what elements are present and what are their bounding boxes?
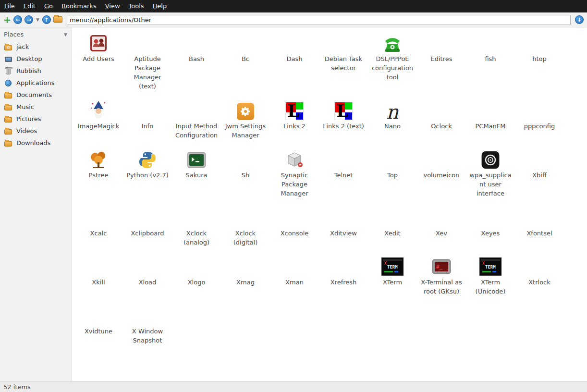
app-aptitude-package-manager-text[interactable]: Aptitude Package Manager (text) [123,30,172,91]
app-bash[interactable]: Bash [172,30,221,91]
menu-edit[interactable]: Edit [19,0,40,12]
app-xclock-digital[interactable]: Xclock (digital) [221,205,270,247]
app-pcmanfm[interactable]: PCManFM [466,98,515,140]
app-xvidtune[interactable]: Xvidtune [74,303,123,345]
app-label: Xman [285,278,304,287]
app-label: Xfontsel [526,229,552,238]
app-sh[interactable]: Sh [221,147,270,198]
app-xrefresh[interactable]: Xrefresh [319,254,368,296]
app-dsl-pppoe-configuration-tool[interactable]: DSL/PPPoE configuration tool [368,30,417,91]
app-nano[interactable]: nNano [368,98,417,140]
tree-icon [88,147,109,171]
app-links-2[interactable]: LLinks 2 [270,98,319,140]
app-label: pppconfig [524,122,555,131]
place-applications[interactable]: Applications [0,77,72,89]
app-python-v2-7[interactable]: Python (v2.7) [123,147,172,198]
app-xeyes[interactable]: Xeyes [466,205,515,247]
app-top[interactable]: Top [368,147,417,198]
app-htop[interactable]: htop [515,30,564,91]
place-jack[interactable]: jack [0,41,72,53]
nano-icon: n [386,98,399,122]
app-add-users[interactable]: Add Users [74,30,123,91]
svg-text:X: X [482,261,485,266]
app-label: Sakura [186,171,208,180]
place-label: Downloads [16,139,50,147]
forward-button[interactable]: → [24,15,33,24]
wpa-icon [481,147,500,171]
place-rubbish[interactable]: Rubbish [0,65,72,77]
app-label: Nano [384,122,401,131]
up-button[interactable]: ↑ [42,15,51,24]
back-button[interactable]: ← [13,15,22,24]
menu-help[interactable]: Help [148,0,171,12]
app-xcalc[interactable]: Xcalc [74,205,123,247]
terminal-icon [187,147,206,171]
app-synaptic-package-manager[interactable]: Synaptic Package Manager [270,147,319,198]
app-xclock-analog[interactable]: Xclock (analog) [172,205,221,247]
app-oclock[interactable]: Oclock [417,98,466,140]
app-x-terminal-as-root-gksu[interactable]: #_X-Terminal as root (GKsu) [417,254,466,296]
app-dash[interactable]: Dash [270,30,319,91]
app-xev[interactable]: Xev [417,205,466,247]
app-label: htop [532,54,547,63]
app-xtrlock[interactable]: Xtrlock [515,254,564,296]
app-xfontsel[interactable]: Xfontsel [515,205,564,247]
places-header[interactable]: Places ▼ [0,27,72,41]
menu-go[interactable]: Go [40,0,57,12]
app-telnet[interactable]: Telnet [319,147,368,198]
app-xmag[interactable]: Xmag [221,254,270,296]
app-xload[interactable]: Xload [123,254,172,296]
app-xman[interactable]: Xman [270,254,319,296]
app-xbiff[interactable]: Xbiff [515,147,564,198]
app-sakura[interactable]: Sakura [172,147,221,198]
app-info[interactable]: Info [123,98,172,140]
app-pppconfig[interactable]: pppconfig [515,98,564,140]
app-links-2-text[interactable]: LLinks 2 (text) [319,98,368,140]
app-xkill[interactable]: Xkill [74,254,123,296]
app-label: Bash [189,54,204,63]
place-label: Documents [16,91,52,98]
place-documents[interactable]: Documents [0,89,72,101]
app-wpa-supplicant-user-interface[interactable]: wpa_supplicant user interface [466,147,515,198]
app-xlogo[interactable]: Xlogo [172,254,221,296]
address-input[interactable] [67,15,571,25]
app-xclipboard[interactable]: Xclipboard [123,205,172,247]
app-label: Xload [139,278,157,287]
app-xditview[interactable]: Xditview [319,205,368,247]
app-editres[interactable]: Editres [417,30,466,91]
app-x-window-snapshot[interactable]: X Window Snapshot [123,303,172,345]
history-dropdown-button[interactable]: ▼ [36,17,40,22]
jump-down-button[interactable]: ↓ [575,15,584,24]
folder-icon [4,139,12,147]
place-pictures[interactable]: Pictures [0,113,72,125]
place-music[interactable]: Music [0,101,72,113]
app-label: Xditview [330,229,357,238]
home-button[interactable] [53,15,62,24]
app-label: Xclock (digital) [224,229,267,247]
app-debian-task-selector[interactable]: Debian Task selector [319,30,368,91]
app-volumeicon[interactable]: volumeicon [417,147,466,198]
app-xconsole[interactable]: Xconsole [270,205,319,247]
app-fish[interactable]: fish [466,30,515,91]
app-xterm-unicode[interactable]: XTERMXTerm (Unicode) [466,254,515,296]
new-tab-button[interactable]: + [3,15,11,24]
xterm-icon: XTERM [381,254,404,278]
menu-file[interactable]: File [0,0,19,12]
app-imagemagick[interactable]: ImageMagick [74,98,123,140]
app-pstree[interactable]: Pstree [74,147,123,198]
place-videos[interactable]: Videos [0,125,72,137]
applications-icon [4,79,12,87]
place-desktop[interactable]: Desktop [0,53,72,65]
app-input-method-configuration[interactable]: Input Method Configuration [172,98,221,140]
folder-icon [4,91,12,99]
app-label: X Window Snapshot [126,327,169,345]
app-label: ImageMagick [78,122,119,131]
menu-tools[interactable]: Tools [124,0,148,12]
app-jwm-settings-manager[interactable]: Jwm Settings Manager [221,98,270,140]
menu-view[interactable]: View [101,0,124,12]
app-xterm[interactable]: XTERMXTerm [368,254,417,296]
place-downloads[interactable]: Downloads [0,137,72,149]
app-xedit[interactable]: Xedit [368,205,417,247]
app-bc[interactable]: Bc [221,30,270,91]
menu-bookmarks[interactable]: Bookmarks [57,0,101,12]
